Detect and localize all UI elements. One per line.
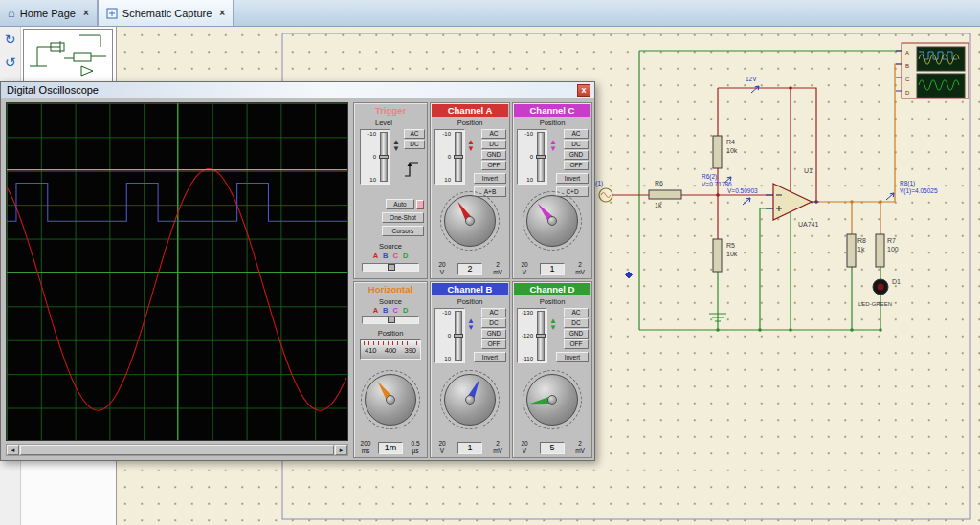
channel-c-slider-thumb[interactable] [536, 155, 546, 159]
trigger-down-arrow-icon[interactable]: ▼ [392, 146, 400, 153]
trigger-source-a[interactable]: A [373, 252, 378, 260]
horizontal-source-thumb[interactable] [388, 317, 395, 323]
horizontal-source-d[interactable]: D [403, 306, 408, 315]
channel-d-panel: Channel D Position -130 -120 -110 ▲ ▼ AC [512, 281, 592, 458]
channel-d-dc-button[interactable]: DC [564, 318, 589, 328]
close-button[interactable]: x [577, 84, 590, 97]
channel-a-gain-knob[interactable] [440, 191, 500, 251]
channel-c-gnd-button[interactable]: GND [564, 150, 589, 160]
channel-b-value: 1 [457, 442, 482, 454]
horizontal-source-slider[interactable] [362, 316, 419, 324]
screen-scrollbar[interactable]: ◄ ► [6, 444, 348, 456]
scroll-right-icon[interactable]: ► [335, 445, 347, 455]
tab-schematic-label: Schematic Capture [122, 8, 212, 19]
trigger-source-c[interactable]: C [393, 252, 398, 260]
horizontal-title: Horizontal [355, 283, 426, 295]
home-icon: ⌂ [8, 7, 15, 19]
tab-schematic-capture[interactable]: Schematic Capture × [98, 0, 234, 26]
channel-d-dial-right: 2mV [570, 440, 590, 454]
timebase-dial-right: 0.5µs [406, 440, 425, 454]
channel-c-off-button[interactable]: OFF [564, 161, 589, 170]
undo-icon[interactable]: ↺ [2, 54, 19, 71]
trigger-slider-thumb[interactable] [379, 155, 389, 159]
oscilloscope-controls: Trigger Level -10 0 10 ▲ ▼ AC DC [353, 102, 592, 458]
scale-bot: 10 [444, 177, 451, 183]
channel-b-position-slider[interactable]: -10 0 10 [434, 308, 465, 363]
channel-c-position-label: Position [513, 119, 591, 127]
trigger-title: Trigger [355, 104, 426, 117]
trigger-auto-button[interactable]: Auto [386, 199, 414, 209]
channel-a-dial-right: 2mV [488, 261, 507, 275]
trigger-dc-button[interactable]: DC [404, 140, 425, 149]
trigger-source-thumb[interactable] [388, 264, 395, 271]
channel-c-ac-button[interactable]: AC [564, 129, 589, 139]
channel-a-off-button[interactable]: OFF [481, 161, 506, 170]
channel-c-position-slider[interactable]: -10 0 10 [517, 129, 547, 185]
channel-a-ac-button[interactable]: AC [481, 129, 506, 139]
channel-b-gnd-button[interactable]: GND [481, 329, 506, 339]
oscilloscope-window: Digital Oscilloscope x ◄ ► Trigger Level [0, 81, 595, 461]
channel-b-dc-button[interactable]: DC [481, 318, 506, 328]
trigger-scale-top: -10 [368, 131, 376, 137]
channel-a-panel: Channel A Position -10 0 10 ▲ ▼ AC DC [430, 102, 510, 279]
trigger-scale-bot: 10 [369, 177, 376, 183]
scroll-left-icon[interactable]: ◄ [7, 445, 19, 455]
timebase-knob[interactable] [361, 370, 420, 429]
channel-a-slider-thumb[interactable] [454, 155, 463, 159]
channel-d-position-slider[interactable]: -130 -120 -110 [517, 308, 547, 363]
horizontal-source-a[interactable]: A [373, 306, 378, 315]
tab-home-close-icon[interactable]: × [83, 8, 89, 18]
trigger-source-d[interactable]: D [403, 252, 408, 260]
channel-b-slider-thumb[interactable] [454, 334, 463, 338]
channel-c-panel: Channel C Position -10 0 10 ▲ ▼ AC DC [512, 102, 592, 279]
scrollbar-thumb[interactable] [20, 445, 334, 455]
scale-bot: -110 [522, 356, 533, 361]
trigger-source-slider[interactable] [362, 263, 419, 272]
trigger-edge-icon[interactable] [402, 156, 423, 181]
trigger-cursors-button[interactable]: Cursors [382, 226, 424, 236]
trigger-auto-led [416, 200, 424, 209]
channel-d-position-label: Position [513, 297, 591, 306]
channel-d-ac-button[interactable]: AC [564, 308, 589, 317]
refresh-icon[interactable]: ↻ [2, 31, 19, 48]
channel-d-value: 5 [540, 442, 565, 454]
channel-d-dial-left: 20V [515, 440, 534, 454]
scale-mid: 0 [448, 333, 451, 339]
horizontal-source-b[interactable]: B [383, 306, 388, 315]
timebase-dial-left: 200ms [356, 440, 375, 454]
scale-top: -10 [442, 131, 451, 137]
trigger-one-shot-button[interactable]: One-Shot [382, 212, 424, 223]
tab-schematic-close-icon[interactable]: × [219, 8, 225, 18]
trigger-level-label: Level [375, 119, 392, 127]
trigger-source-b[interactable]: B [383, 252, 388, 260]
channel-b-gain-knob[interactable] [440, 370, 500, 429]
trigger-ac-button[interactable]: AC [404, 129, 425, 139]
channel-c-dc-button[interactable]: DC [564, 140, 589, 149]
channel-d-invert-button[interactable]: Invert [556, 352, 589, 362]
channel-d-gain-knob[interactable] [523, 370, 582, 429]
channel-d-slider-thumb[interactable] [536, 334, 546, 338]
tab-home-page[interactable]: ⌂ Home Page × [0, 0, 98, 26]
horizontal-source-c[interactable]: C [393, 306, 398, 315]
oscilloscope-titlebar[interactable]: Digital Oscilloscope x [1, 82, 594, 98]
channel-d-off-button[interactable]: OFF [564, 339, 589, 349]
channel-a-trace [7, 169, 346, 411]
scale-top: -10 [442, 310, 451, 316]
channel-a-dc-button[interactable]: DC [481, 140, 506, 149]
channel-b-dial-right: 2mV [488, 440, 507, 454]
channel-a-gnd-button[interactable]: GND [481, 150, 506, 160]
channel-c-gain-knob[interactable] [523, 191, 582, 251]
thumbnail-drawing [24, 30, 112, 81]
channel-d-gnd-button[interactable]: GND [564, 329, 589, 339]
channel-b-invert-button[interactable]: Invert [474, 352, 506, 362]
schematic-overview-thumbnail[interactable] [23, 29, 113, 82]
channel-c-invert-button[interactable]: Invert [556, 173, 589, 184]
trigger-scale-mid: 0 [373, 154, 376, 160]
trigger-level-slider[interactable]: -10 0 10 [360, 129, 390, 185]
channel-a-position-slider[interactable]: -10 0 10 [434, 129, 465, 185]
horizontal-position-readout[interactable]: 410 400 390 [360, 339, 421, 360]
channel-b-position-label: Position [431, 297, 509, 306]
channel-b-off-button[interactable]: OFF [481, 339, 506, 349]
channel-a-invert-button[interactable]: Invert [474, 173, 506, 184]
channel-b-ac-button[interactable]: AC [481, 308, 506, 317]
